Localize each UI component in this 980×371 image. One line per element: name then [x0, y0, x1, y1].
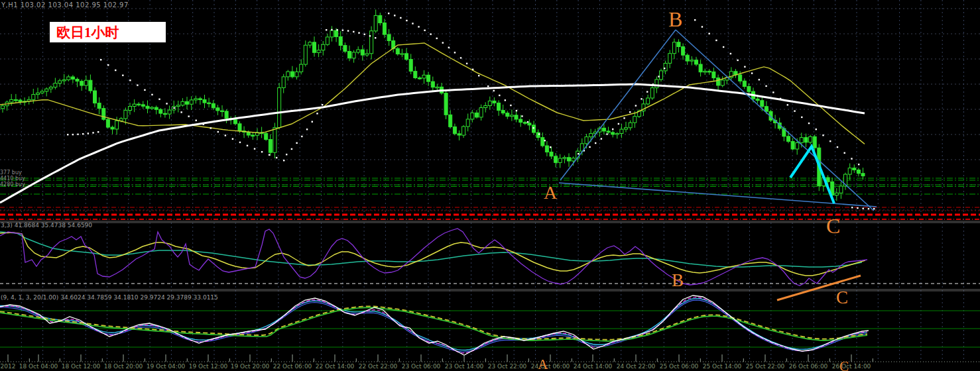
- bull-candle: [655, 80, 658, 88]
- order-line-label: 4280 buy: [0, 182, 25, 187]
- bear-candle: [93, 91, 97, 103]
- bear-candle: [146, 106, 149, 109]
- bear-candle: [343, 46, 347, 52]
- bear-candle: [743, 81, 746, 86]
- bear-candle: [80, 81, 84, 85]
- trendline-blue[interactable]: [560, 30, 676, 180]
- middle-indicator-purple-line: [0, 229, 867, 286]
- bear-candle: [203, 100, 206, 103]
- bear-candle: [813, 136, 816, 148]
- bear-candle: [431, 81, 434, 87]
- sar-dot: [510, 105, 511, 106]
- bull-candle: [194, 99, 198, 100]
- bear-candle: [791, 142, 794, 150]
- bear-candle: [523, 123, 526, 124]
- bull-candle: [1, 106, 5, 109]
- sar-dot: [424, 30, 425, 31]
- sar-dot: [664, 68, 665, 69]
- bull-candle: [58, 81, 62, 83]
- price-chart-canvas[interactable]: 201218 Oct 04:0018 Oct 12:0018 Oct 20:00…: [0, 0, 980, 371]
- sar-dot: [737, 60, 738, 61]
- sar-dot: [493, 90, 495, 91]
- bull-candle: [589, 134, 593, 137]
- sar-dot: [247, 145, 248, 146]
- sar-dot: [72, 134, 74, 135]
- bottom-indicator-blue-line: [0, 300, 867, 352]
- bull-candle: [45, 89, 48, 91]
- bear-candle: [106, 119, 109, 127]
- bull-candle: [322, 44, 325, 50]
- sar-dot: [868, 208, 869, 209]
- sar-dot: [430, 33, 431, 34]
- bear-candle: [233, 120, 237, 124]
- bear-candle: [707, 71, 711, 72]
- sar-dot: [532, 127, 534, 129]
- sar-dot: [316, 113, 318, 114]
- sar-dot: [326, 29, 327, 30]
- sar-dot: [306, 129, 308, 130]
- sar-dot: [144, 89, 145, 91]
- order-line-label: 4410 buy: [0, 176, 25, 182]
- sar-dot: [744, 66, 745, 68]
- bear-candle: [444, 93, 448, 115]
- bear-candle: [686, 55, 689, 61]
- bull-candle: [704, 71, 707, 72]
- bull-candle: [295, 72, 298, 77]
- bull-candle: [365, 54, 369, 55]
- sar-dot: [589, 146, 590, 148]
- sar-dot: [851, 158, 852, 159]
- bear-candle: [154, 107, 158, 109]
- bear-candle: [453, 127, 456, 133]
- bear-candle: [208, 103, 211, 104]
- bull-candle: [317, 50, 320, 53]
- sar-dot: [606, 133, 607, 134]
- bear-candle: [853, 168, 856, 170]
- sar-dot: [801, 117, 802, 118]
- sar-dot: [652, 83, 654, 85]
- chart-title-label: 欧日1小时: [50, 22, 166, 42]
- bear-candle: [265, 133, 268, 139]
- x-axis-label: 18 Oct 04:00: [19, 363, 58, 370]
- x-axis-label: 25 Oct 22:00: [746, 363, 785, 370]
- bull-candle: [835, 193, 838, 195]
- sar-dot: [538, 133, 540, 134]
- bear-candle: [602, 128, 605, 131]
- x-axis-label: 26 Oct 06:00: [789, 363, 828, 370]
- sar-dot: [499, 95, 500, 96]
- bull-candle: [300, 64, 303, 72]
- bear-candle: [290, 72, 294, 77]
- bull-candle: [650, 88, 654, 98]
- sar-dot: [210, 127, 212, 129]
- sar-dot: [173, 107, 174, 109]
- trendline-blue[interactable]: [559, 183, 877, 207]
- sar-dot: [436, 38, 438, 39]
- bottom-indicator-magenta-line: [0, 297, 867, 353]
- bear-candle: [804, 138, 808, 142]
- sar-dot: [82, 133, 84, 134]
- sar-dot: [765, 85, 766, 87]
- trendline-blue[interactable]: [676, 30, 874, 211]
- sar-dot: [505, 99, 506, 101]
- bear-candle: [383, 23, 386, 35]
- bull-candle: [848, 168, 851, 175]
- bear-candle: [405, 54, 408, 60]
- bull-candle: [664, 64, 667, 71]
- bull-candle: [462, 127, 465, 135]
- bear-candle: [76, 80, 79, 81]
- bear-candle: [141, 105, 145, 106]
- sar-dot: [180, 111, 182, 113]
- sar-dot: [364, 34, 365, 35]
- bull-candle: [672, 42, 676, 54]
- bear-candle: [458, 134, 461, 135]
- bull-candle: [84, 80, 88, 85]
- bear-candle: [97, 103, 101, 109]
- bull-candle: [273, 128, 276, 153]
- x-axis-label: 2012: [1, 363, 16, 370]
- bear-candle: [335, 30, 338, 36]
- bear-candle: [427, 75, 430, 81]
- bull-candle: [40, 91, 44, 93]
- bear-candle: [186, 101, 189, 104]
- sar-dot: [394, 15, 395, 16]
- bear-candle: [198, 99, 202, 100]
- bull-candle: [36, 93, 40, 94]
